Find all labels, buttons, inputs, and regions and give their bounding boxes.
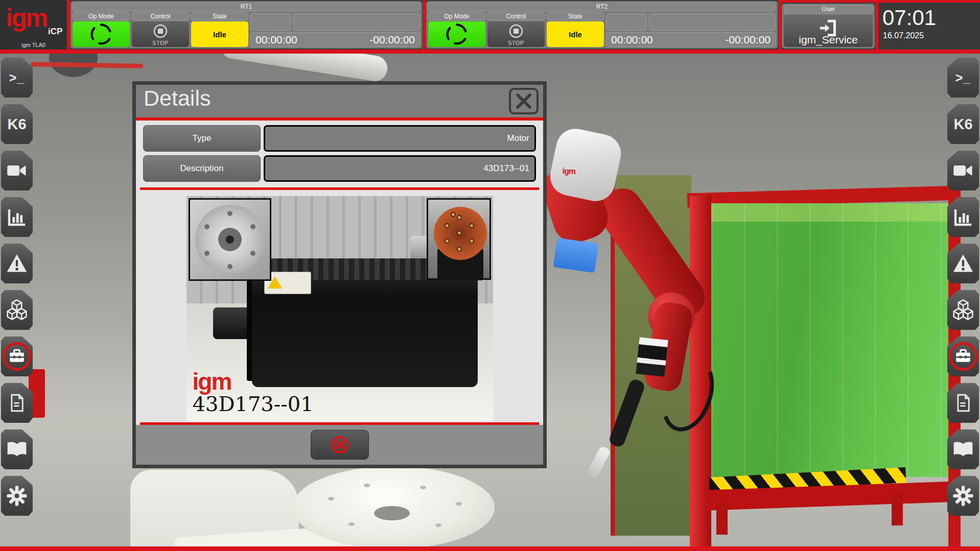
book-icon: [6, 441, 28, 458]
bar-chart-icon: [953, 207, 973, 227]
control-label: Control: [132, 12, 189, 20]
active-ring: [3, 342, 31, 371]
op-mode-button[interactable]: [73, 21, 130, 47]
divider: [67, 0, 70, 50]
user-title: User: [784, 5, 873, 14]
clock-time: 07:01: [882, 6, 936, 30]
cubes-icon: [952, 299, 974, 321]
state-indicator[interactable]: Idle: [547, 21, 604, 47]
igm-logo: igm: [6, 5, 47, 31]
stop-icon: [152, 23, 169, 39]
sidebar-item-k6[interactable]: K6: [1, 104, 33, 144]
empty-slot: [606, 13, 647, 31]
motor-photo: igm 43D173--01: [186, 196, 493, 421]
sidebar-item-settings[interactable]: [1, 476, 33, 516]
sidebar-item-terminal[interactable]: >_: [1, 58, 33, 98]
sidebar-item-terminal[interactable]: >_: [947, 58, 979, 98]
frame-leg: [892, 494, 903, 525]
toolbox-icon: [8, 348, 26, 365]
swirl-icon: [89, 22, 113, 46]
swirl-icon: [445, 22, 469, 46]
program-slot: [293, 13, 420, 31]
control-stop-button[interactable]: STOP: [132, 21, 189, 47]
user-name: igm_Service: [784, 34, 873, 46]
sidebar-item-manual[interactable]: [947, 429, 979, 469]
rt2-title: RT2: [428, 3, 776, 11]
clock-section: 07:01 16.07.2025: [878, 0, 980, 50]
icp-label: iCP: [48, 27, 62, 37]
timer-field: 00:00:00 -00:00:00: [250, 32, 420, 47]
component-photo-area: igm 43D173--01: [136, 190, 543, 421]
description-value-field[interactable]: 43D173--01: [264, 155, 536, 182]
detail-rows: Type Motor Description 43D173--01: [136, 121, 543, 186]
flange-hole: [226, 235, 234, 244]
torch-tip: [584, 445, 611, 484]
sidebar-item-service-active[interactable]: [1, 337, 33, 376]
flange-inset-photo: [189, 198, 271, 281]
robot-brand-label: igm: [562, 166, 575, 176]
type-value-field[interactable]: Motor: [264, 125, 536, 152]
sidebar-item-manual[interactable]: [1, 429, 33, 469]
detail-row-description: Description 43D173--01: [143, 155, 536, 182]
sidebar-item-components[interactable]: [1, 290, 33, 330]
user-section-wrap: User igm_Service: [781, 0, 875, 50]
top-red-divider: [0, 50, 980, 54]
state-indicator[interactable]: Idle: [191, 21, 248, 47]
state-label: State: [191, 12, 248, 20]
dialog-footer: [136, 425, 543, 465]
rt1-title: RT1: [73, 3, 420, 11]
dialog-close-button[interactable]: [509, 88, 539, 114]
sidebar-item-alarms[interactable]: [1, 244, 33, 283]
control-stop-button[interactable]: STOP: [487, 21, 545, 47]
gear-icon: [952, 485, 974, 507]
photo-part-number: 43D173--01: [193, 392, 314, 416]
sidebar-item-alarms[interactable]: [947, 244, 979, 283]
sidebar-item-documents[interactable]: [1, 383, 33, 423]
stop-caption: STOP: [152, 40, 169, 46]
book-icon: [952, 441, 974, 458]
sidebar-item-documents[interactable]: [947, 383, 979, 423]
right-sidebar: >_ K6: [946, 54, 980, 546]
remaining-time: -00:00:00: [725, 34, 771, 46]
sidebar-item-camera[interactable]: [947, 151, 979, 190]
empty-slot: [250, 13, 291, 31]
details-dialog: Details Type Motor Description 43D173--0…: [132, 81, 547, 468]
state-value: Idle: [569, 30, 582, 39]
program-slot: [649, 13, 776, 31]
dialog-header: Details: [136, 85, 543, 117]
robot-panel-rt1: RT1 Op Mode Control STOP State: [71, 1, 422, 49]
sidebar-item-k6[interactable]: K6: [947, 104, 979, 144]
sidebar-item-service-active[interactable]: [947, 337, 979, 376]
warning-icon: [952, 252, 974, 275]
op-mode-button[interactable]: [428, 21, 485, 47]
sidebar-item-camera[interactable]: [1, 151, 33, 190]
table-center-hole: [374, 506, 410, 520]
state-value: Idle: [213, 30, 226, 39]
type-label: Type: [143, 125, 261, 152]
timer-field: 00:00:00 -00:00:00: [606, 32, 776, 47]
sidebar-item-statistics[interactable]: [1, 197, 33, 237]
clock-date: 16.07.2025: [883, 31, 924, 40]
cubes-icon: [6, 299, 28, 321]
k6-icon: K6: [7, 116, 26, 133]
control-label: Control: [487, 12, 545, 20]
camera-icon: [953, 163, 973, 178]
robot-panel-rt2: RT2 Op Mode Control STOP State: [426, 1, 778, 49]
active-ring: [949, 342, 977, 371]
warning-icon: [6, 252, 28, 275]
bottom-red-divider: [0, 546, 980, 551]
station-name: igm TLA0: [0, 42, 67, 48]
sidebar-item-statistics[interactable]: [947, 197, 979, 237]
sidebar-item-settings[interactable]: [947, 476, 979, 516]
frame-leg: [716, 503, 728, 535]
op-mode-label: Op Mode: [428, 12, 485, 20]
cancel-button[interactable]: [311, 430, 369, 460]
camera-icon: [7, 163, 27, 178]
sidebar-item-components[interactable]: [947, 290, 979, 330]
state-label: State: [547, 12, 604, 20]
document-icon: [8, 394, 26, 412]
user-login-button[interactable]: igm_Service: [784, 15, 873, 47]
igm-robot-hmi: igm iCP igm TLA0 RT1 Op Mode Control: [0, 0, 980, 551]
top-status-bar: igm iCP igm TLA0 RT1 Op Mode Control: [0, 0, 980, 50]
elapsed-time: 00:00:00: [611, 34, 653, 46]
